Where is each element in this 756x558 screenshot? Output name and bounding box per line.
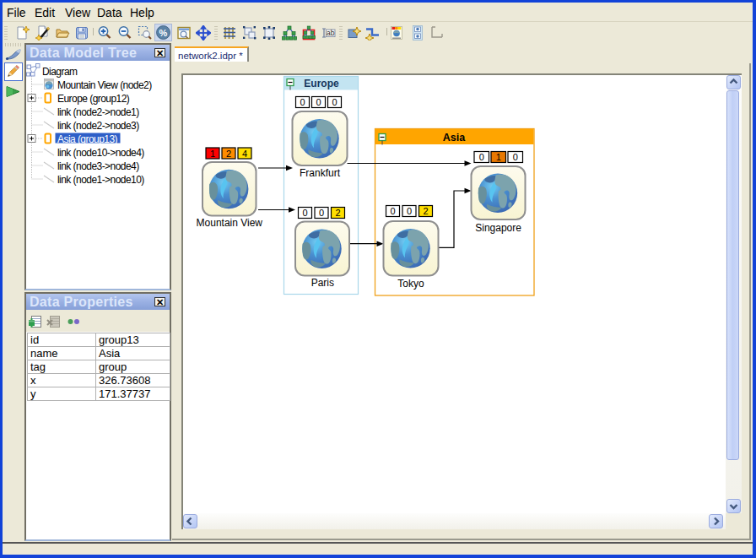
svg-text:Mountain View: Mountain View [197, 217, 263, 229]
svg-text:0: 0 [390, 206, 395, 216]
svg-text:2: 2 [423, 206, 428, 216]
svg-text:0: 0 [302, 208, 307, 218]
svg-text:Singapore: Singapore [475, 222, 521, 234]
svg-text:Frankfurt: Frankfurt [300, 167, 341, 179]
svg-text:link (node1->node10): link (node1->node10) [57, 174, 144, 186]
svg-text:link (node3->node4): link (node3->node4) [57, 160, 139, 172]
svg-text:1: 1 [496, 152, 501, 162]
svg-text:Diagram: Diagram [42, 66, 78, 78]
svg-text:0: 0 [332, 97, 337, 107]
svg-text:ab: ab [327, 29, 335, 37]
svg-text:2: 2 [335, 208, 340, 218]
svg-text:Europe: Europe [304, 78, 339, 89]
svg-text:0: 0 [479, 152, 484, 162]
svg-text:0: 0 [300, 97, 305, 107]
svg-text:link (node2->node1): link (node2->node1) [57, 106, 139, 118]
svg-text:link (node2->node3): link (node2->node3) [57, 120, 139, 132]
svg-text:link (node10->node4): link (node10->node4) [57, 147, 144, 159]
svg-text:Asia: Asia [443, 132, 466, 144]
svg-text:0: 0 [319, 208, 324, 218]
svg-text:0: 0 [407, 206, 412, 216]
svg-text:Europe (group12): Europe (group12) [57, 93, 130, 105]
svg-text:Asia (group13): Asia (group13) [57, 133, 118, 145]
svg-text:Mountain View (node2): Mountain View (node2) [57, 79, 152, 91]
svg-text:0: 0 [316, 97, 321, 107]
svg-text:2: 2 [226, 149, 231, 159]
svg-text:Tokyo: Tokyo [397, 278, 424, 290]
svg-text:1: 1 [210, 149, 215, 159]
svg-text:4: 4 [242, 149, 247, 159]
svg-text:%: % [159, 28, 168, 38]
svg-text:Paris: Paris [311, 277, 334, 289]
svg-text:0: 0 [513, 152, 518, 162]
